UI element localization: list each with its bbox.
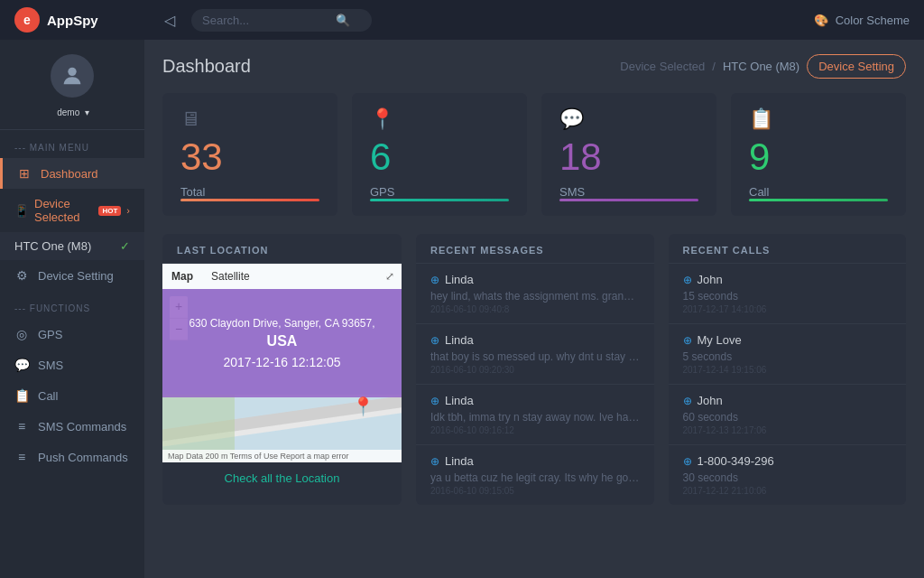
sms-value: 18 <box>559 138 698 176</box>
sidebar-item-push-commands[interactable]: ≡ Push Commands <box>0 442 144 472</box>
search-icon: 🔍 <box>336 14 350 27</box>
call-icon: 📋 <box>14 388 29 403</box>
message-item[interactable]: ⊕ Linda ya u betta cuz he legit cray. It… <box>416 445 654 505</box>
sidebar-item-sms-commands[interactable]: ≡ SMS Commands <box>0 411 144 442</box>
call-time: 2017-12-12 21:10:06 <box>683 486 892 496</box>
total-label: Total <box>180 185 319 199</box>
dashboard-icon: ⊞ <box>17 166 32 181</box>
dashboard-header: Dashboard Device Selected / HTC One (M8)… <box>162 54 906 79</box>
device-selected-label: Device Selected <box>34 197 93 224</box>
call-contact-name-text: John <box>698 273 723 286</box>
gps-stat-icon: 📍 <box>370 107 394 131</box>
last-location-title: LAST LOCATION <box>162 234 402 264</box>
call-duration: 15 seconds <box>683 290 892 303</box>
sidebar-item-gps[interactable]: ◎ GPS <box>0 319 144 350</box>
call-item[interactable]: ⊕ John 60 seconds 2017-12-13 12:17:06 <box>669 385 907 445</box>
contact-name: ⊕ Linda <box>430 394 640 407</box>
user-name: demo ▾ <box>55 105 89 118</box>
push-commands-icon: ≡ <box>14 450 29 464</box>
search-box: 🔍 <box>191 9 372 32</box>
total-bar <box>180 199 319 201</box>
map-button[interactable]: Map <box>162 266 202 286</box>
stat-card-call: 📋 9 Call <box>731 93 906 216</box>
stat-card-gps: 📍 6 GPS <box>352 93 527 216</box>
sidebar-item-dashboard[interactable]: ⊞ Dashboard <box>0 158 144 189</box>
total-icon: 🖥 <box>180 107 200 131</box>
call-contact-icon: ⊕ <box>683 334 692 347</box>
call-item[interactable]: ⊕ John 15 seconds 2017-12-17 14:10:06 <box>669 264 907 324</box>
push-commands-label: Push Commands <box>38 451 128 464</box>
breadcrumb-separator: / <box>712 60 716 73</box>
gps-label: GPS <box>38 328 62 341</box>
call-value: 9 <box>749 138 888 176</box>
sms-stat-label: SMS <box>559 185 698 199</box>
device-setting-button[interactable]: Device Setting <box>807 54 906 79</box>
recent-messages-title: RECENT MESSAGES <box>416 234 654 264</box>
call-contact-icon: ⊕ <box>683 395 692 407</box>
call-time: 2017-12-14 19:15:06 <box>683 365 892 375</box>
search-input[interactable] <box>202 14 328 27</box>
user-icon <box>60 63 85 89</box>
sidebar-item-device-name[interactable]: HTC One (M8) ✓ <box>0 232 144 260</box>
message-item[interactable]: ⊕ Linda Idk tbh, imma try n stay away no… <box>416 385 654 445</box>
sidebar-item-call[interactable]: 📋 Call <box>0 380 144 411</box>
sms-commands-label: SMS Commands <box>38 420 126 434</box>
message-preview: that boy is so messed up. why dnt u stay… <box>430 350 640 363</box>
map-controls-bar: Map Satellite ⤢ <box>162 264 402 289</box>
svg-point-0 <box>68 68 76 76</box>
hot-badge: HOT <box>98 206 121 216</box>
call-item[interactable]: ⊕ 1-800-349-296 30 seconds 2017-12-12 21… <box>669 445 907 505</box>
fullscreen-icon[interactable]: ⤢ <box>378 266 402 286</box>
call-contact-name-text: 1-800-349-296 <box>698 454 774 468</box>
dashboard-content: Dashboard Device Selected / HTC One (M8)… <box>144 40 924 578</box>
messages-list: ⊕ Linda hey lind, whats the assignment m… <box>416 264 654 505</box>
main-menu-label: --- MAIN MENU <box>0 130 144 158</box>
call-duration: 60 seconds <box>683 411 892 424</box>
app-logo-icon: e <box>14 7 40 33</box>
call-bar <box>749 199 888 201</box>
call-contact-name: ⊕ 1-800-349-296 <box>683 454 892 468</box>
message-item[interactable]: ⊕ Linda that boy is so messed up. why dn… <box>416 324 654 385</box>
call-item[interactable]: ⊕ My Love 5 seconds 2017-12-14 19:15:06 <box>669 324 907 385</box>
settings-icon: ⚙ <box>14 268 29 283</box>
map-country: USA <box>267 333 298 350</box>
last-location-panel: LAST LOCATION Map <box>162 234 402 505</box>
check-location-link[interactable]: Check all the Location <box>162 462 402 494</box>
message-time: 2016-06-10 09:15:05 <box>430 486 640 496</box>
calls-list: ⊕ John 15 seconds 2017-12-17 14:10:06 ⊕ … <box>669 264 907 505</box>
satellite-button[interactable]: Satellite <box>202 266 259 286</box>
main-content: ◁ 🔍 🎨 Color Scheme Dashboard Device Sele… <box>144 0 924 578</box>
contact-name-text: Linda <box>445 273 474 286</box>
gps-icon: ◎ <box>14 327 29 341</box>
contact-icon: ⊕ <box>430 395 439 407</box>
map-info-overlay: 630 Claydon Drive, Sanger, CA 93657, USA… <box>162 289 402 397</box>
stats-row: 🖥 33 Total 📍 6 GPS 💬 18 SMS <box>162 93 906 216</box>
message-time: 2016-06-10 09:20:30 <box>430 365 640 375</box>
functions-label: --- FUNCTIONS <box>0 291 144 319</box>
check-icon: ✓ <box>120 239 130 253</box>
sidebar-item-sms[interactable]: 💬 SMS <box>0 350 144 380</box>
message-item[interactable]: ⊕ Linda hey lind, whats the assignment m… <box>416 264 654 324</box>
recent-calls-panel: RECENT CALLS ⊕ John 15 seconds 2017-12-1… <box>669 234 907 505</box>
color-scheme-label: Color Scheme <box>836 14 910 27</box>
call-contact-icon: ⊕ <box>683 455 692 468</box>
map-container: Map Satellite ⤢ + − 630 Claydon Drive, S… <box>162 264 402 462</box>
sms-bar <box>559 199 698 201</box>
dashboard-label: Dashboard <box>41 167 98 181</box>
call-label: Call <box>38 389 58 403</box>
avatar <box>51 54 94 98</box>
total-value: 33 <box>180 138 319 176</box>
contact-icon: ⊕ <box>430 274 439 286</box>
sidebar-item-device-setting[interactable]: ⚙ Device Setting <box>0 260 144 291</box>
call-stat-label: Call <box>749 185 888 199</box>
topbar: ◁ 🔍 🎨 Color Scheme <box>144 0 924 40</box>
sidebar-item-device-selected[interactable]: 📱 Device Selected HOT › <box>0 189 144 232</box>
back-button[interactable]: ◁ <box>159 9 180 31</box>
map-footer-text: Map Data 200 m Terms of Use Report a map… <box>168 452 348 461</box>
color-scheme-button[interactable]: 🎨 Color Scheme <box>814 14 910 27</box>
device-setting-label: Device Setting <box>38 269 114 283</box>
device-selected-icon: 📱 <box>14 204 29 218</box>
page-title: Dashboard <box>162 56 251 77</box>
map-footer: Map Data 200 m Terms of Use Report a map… <box>162 450 402 462</box>
map-address: 630 Claydon Drive, Sanger, CA 93657, <box>189 317 374 330</box>
